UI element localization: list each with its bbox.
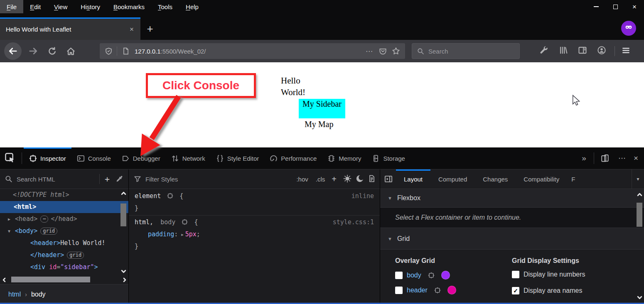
grid-color-swatch[interactable] xyxy=(441,271,450,279)
all-tabs-dropdown[interactable]: ▾ xyxy=(632,169,644,189)
scrollbar-thumb[interactable] xyxy=(120,203,126,226)
scroll-up-icon[interactable] xyxy=(119,189,128,197)
forward-button[interactable] xyxy=(28,46,38,56)
tree-node-doctype[interactable]: <!DOCTYPE html> xyxy=(0,189,128,201)
filter-styles-field[interactable] xyxy=(145,176,296,183)
search-input[interactable] xyxy=(428,48,491,55)
reload-button[interactable] xyxy=(47,47,57,56)
maximize-button[interactable] xyxy=(606,0,625,13)
search-html-input[interactable] xyxy=(17,176,79,183)
tree-node-head[interactable]: ▶<head>⋯</head> xyxy=(0,213,128,225)
menu-file[interactable]: File xyxy=(0,0,23,13)
tree-node-header[interactable]: <header>Hello World! xyxy=(0,237,128,249)
light-theme-icon[interactable] xyxy=(343,174,351,184)
new-tab-button[interactable]: + xyxy=(140,17,160,40)
scroll-down-icon[interactable] xyxy=(119,267,128,275)
filter-styles-input[interactable] xyxy=(145,176,208,183)
rule-selector-unmatched[interactable]: body xyxy=(160,218,175,226)
tree-vertical-scrollbar[interactable] xyxy=(119,189,128,275)
library-button[interactable] xyxy=(559,46,568,56)
url-bar[interactable]: 127.0.0.1:5500/Week_02/ ⋯ xyxy=(100,43,405,59)
layout-scrollbar[interactable] xyxy=(635,190,644,302)
devtools-wrench-button[interactable] xyxy=(540,46,549,56)
devtools-tab-inspector[interactable]: Inspector xyxy=(24,147,71,169)
sidebar-tab-fonts-clipped[interactable]: F xyxy=(567,169,578,189)
pick-element-button[interactable] xyxy=(0,147,20,169)
menu-help[interactable]: Help xyxy=(179,0,205,13)
pseudo-class-toggle[interactable]: :hov xyxy=(296,176,308,183)
devtools-tab-style-editor[interactable]: Style Editor xyxy=(211,147,265,169)
eyedropper-icon[interactable] xyxy=(116,175,123,183)
tab-close-button[interactable]: × xyxy=(126,25,137,34)
css-property-name[interactable]: padding xyxy=(148,230,174,238)
sidebar-tab-layout[interactable]: Layout xyxy=(396,169,430,189)
minimize-button[interactable] xyxy=(587,0,606,13)
page-actions-icon[interactable]: ⋯ xyxy=(366,47,373,56)
devtools-tab-memory[interactable]: Memory xyxy=(322,147,366,169)
inline-ellipsis-badge[interactable]: ⋯ xyxy=(40,216,48,223)
close-window-button[interactable]: × xyxy=(625,0,644,13)
menu-edit[interactable]: Edit xyxy=(23,0,47,13)
add-rule-button[interactable]: + xyxy=(329,174,339,184)
container-extension-button[interactable] xyxy=(621,21,636,36)
scroll-down-icon[interactable] xyxy=(635,293,644,302)
scroll-right-icon[interactable] xyxy=(120,275,129,284)
account-button[interactable] xyxy=(597,46,606,56)
tree-node-html[interactable]: <html> xyxy=(0,201,128,213)
devtools-tab-network[interactable]: Network xyxy=(166,147,211,169)
expand-arrow-icon[interactable]: ▶ xyxy=(8,213,15,225)
tree-horizontal-scrollbar[interactable] xyxy=(0,275,128,284)
tree-node-header-close[interactable]: </header>grid xyxy=(0,249,128,261)
display-area-names-checkbox[interactable]: ✓ xyxy=(512,287,519,294)
display-area-names-label[interactable]: Display area names xyxy=(524,287,582,294)
sidebar-tab-changes[interactable]: Changes xyxy=(475,169,516,189)
scrollbar-thumb[interactable] xyxy=(637,203,642,227)
rule-selector[interactable]: element xyxy=(135,192,161,200)
scrollbar-thumb[interactable] xyxy=(11,277,90,282)
scroll-up-icon[interactable] xyxy=(635,190,644,199)
highlight-target-icon[interactable] xyxy=(434,287,441,294)
menu-bookmarks[interactable]: Bookmarks xyxy=(107,0,151,13)
print-simulation-icon[interactable] xyxy=(368,175,376,184)
breadcrumb-html[interactable]: html xyxy=(8,291,21,298)
header-grid-checkbox[interactable] xyxy=(395,287,403,294)
responsive-design-button[interactable] xyxy=(597,154,613,162)
sidebar-tab-computed[interactable]: Computed xyxy=(430,169,475,189)
body-grid-label[interactable]: body xyxy=(407,272,421,279)
css-property-value[interactable]: 5px xyxy=(185,230,197,238)
menu-history[interactable]: History xyxy=(74,0,107,13)
highlight-target-icon[interactable] xyxy=(428,272,435,279)
devtools-close-button[interactable]: × xyxy=(631,154,644,163)
back-button[interactable] xyxy=(4,42,22,60)
search-html-field[interactable] xyxy=(17,176,99,183)
menu-tools[interactable]: Tools xyxy=(151,0,179,13)
scroll-left-icon[interactable] xyxy=(0,275,8,284)
sidebars-button[interactable] xyxy=(578,46,587,56)
devtools-settings-button[interactable]: ⋯ xyxy=(613,154,631,163)
stylesheet-link[interactable]: style.css:1 xyxy=(333,216,374,228)
sidebar-toggle-icon[interactable] xyxy=(384,175,393,183)
app-menu-button[interactable] xyxy=(622,46,630,56)
overflow-tabs-button[interactable]: » xyxy=(577,154,591,163)
tab-hello-world[interactable]: Hello World with Leaflet × xyxy=(0,17,140,40)
devtools-tab-debugger[interactable]: Debugger xyxy=(116,147,166,169)
breadcrumb-body[interactable]: body xyxy=(31,291,46,298)
tracking-shield-icon[interactable] xyxy=(105,47,113,55)
menu-view[interactable]: View xyxy=(47,0,74,13)
grid-badge[interactable]: grid xyxy=(40,228,57,235)
devtools-tab-performance[interactable]: Performance xyxy=(264,147,322,169)
grid-section-header[interactable]: ▼ Grid xyxy=(380,228,644,250)
expand-value-icon[interactable]: ▶ xyxy=(181,233,183,237)
display-line-numbers-label[interactable]: Display line numbers xyxy=(524,271,585,278)
highlight-target-icon[interactable] xyxy=(167,193,173,199)
grid-color-swatch[interactable] xyxy=(447,286,456,294)
dark-theme-icon[interactable] xyxy=(356,174,364,184)
devtools-tab-console[interactable]: Console xyxy=(71,147,116,169)
collapse-arrow-icon[interactable]: ▼ xyxy=(8,225,15,237)
tree-node-sidebar-div[interactable]: <divid="sidebar"> xyxy=(0,261,128,273)
home-button[interactable] xyxy=(66,47,76,56)
add-node-button[interactable]: + xyxy=(100,174,115,184)
tree-node-body[interactable]: ▼<body>grid xyxy=(0,225,128,237)
search-bar[interactable] xyxy=(412,43,520,59)
grid-badge[interactable]: grid xyxy=(67,252,84,259)
